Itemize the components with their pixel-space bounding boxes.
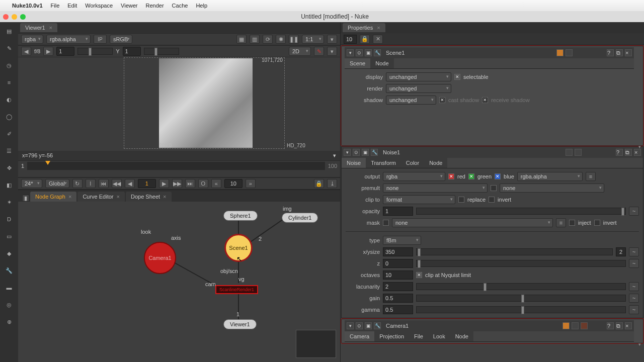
selectable-checkbox[interactable]: ✕ <box>454 74 460 80</box>
opacity-slider[interactable] <box>416 208 626 215</box>
close-icon[interactable]: × <box>377 25 380 31</box>
gamma-field[interactable]: 0.5 <box>383 305 413 314</box>
cast-shadow-checkbox[interactable]: ✕ <box>439 97 445 103</box>
lacunarity-anim-icon[interactable]: ~ <box>629 282 639 291</box>
nodegraph-overview[interactable] <box>296 330 336 358</box>
tool-image-icon[interactable]: ▤ <box>3 25 15 37</box>
gamma-slider[interactable] <box>416 306 626 313</box>
render-select[interactable]: unchanged <box>386 84 451 93</box>
exposure-slider[interactable] <box>77 48 113 55</box>
tool-views-icon[interactable]: ▭ <box>3 230 15 242</box>
prev-frame-icon[interactable]: ◀ <box>125 179 135 188</box>
zoom-select[interactable]: 1:1 <box>302 35 324 44</box>
help-icon[interactable]: ? <box>607 49 614 56</box>
close-icon[interactable]: × <box>68 194 71 200</box>
subtab-color[interactable]: Color <box>401 158 424 168</box>
tool-furnace-icon[interactable]: ◎ <box>3 299 15 311</box>
blue-checkbox[interactable]: ✕ <box>495 173 501 179</box>
tool-color-icon[interactable]: ◐ <box>3 94 15 106</box>
tab-dopesheet[interactable]: Dope Sheet× <box>126 192 172 202</box>
gamma-anim-icon[interactable]: ~ <box>629 305 639 314</box>
restore-icon[interactable]: ⧉ <box>616 49 623 56</box>
lock-icon[interactable]: 🔒 <box>314 179 324 188</box>
viewer-roi-icon[interactable]: ▥ <box>250 35 260 44</box>
first-frame-icon[interactable]: ⏮ <box>99 179 109 188</box>
center-icon[interactable]: ⊙ <box>356 49 363 56</box>
subtab-camera[interactable]: Camera <box>345 331 374 341</box>
channel-select[interactable]: rgba <box>21 35 43 44</box>
gamma-slider[interactable] <box>144 48 179 55</box>
props-max-field[interactable]: 10 <box>344 35 357 44</box>
out-point-icon[interactable]: O <box>198 179 208 188</box>
mask-checkbox[interactable] <box>383 220 389 226</box>
subtab-scene[interactable]: Scene <box>345 58 370 68</box>
node-color-swatch-2[interactable] <box>581 322 588 329</box>
viewer-refresh-icon[interactable]: ⟳ <box>263 35 273 44</box>
gain-anim-icon[interactable]: ~ <box>629 294 639 303</box>
opacity-anim-icon[interactable]: ~ <box>629 207 639 216</box>
panel-float-icon[interactable] <box>575 149 582 156</box>
nyquist-checkbox[interactable]: ✕ <box>416 272 422 278</box>
z-field[interactable]: 0 <box>383 259 413 268</box>
exposure-field[interactable]: 1 <box>56 47 74 56</box>
next-frame-icon[interactable]: ▶▶ <box>172 179 182 188</box>
viewer-menu-icon[interactable]: ▾ <box>327 35 337 44</box>
tool-transform-icon[interactable]: ✥ <box>3 162 15 174</box>
subtab-node3[interactable]: Node <box>450 331 473 341</box>
node-sphere[interactable]: Sphere1 <box>223 211 258 221</box>
opacity-field[interactable]: 1 <box>383 207 413 216</box>
step-field[interactable]: 10 <box>224 179 243 188</box>
scope-select[interactable]: Global <box>45 179 69 188</box>
z-anim-icon[interactable]: ~ <box>629 259 639 268</box>
snapshot-icon[interactable]: ▣ <box>365 49 372 56</box>
wrench-icon[interactable]: 🔧 <box>371 149 378 156</box>
tool-3d-icon[interactable]: ◧ <box>3 179 15 191</box>
current-frame-field[interactable]: 1 <box>138 179 156 188</box>
loop-icon[interactable]: ↻ <box>72 179 83 188</box>
xysize-link[interactable]: 2 <box>616 247 626 256</box>
display-select[interactable]: unchanged <box>386 72 451 81</box>
snapshot-icon[interactable]: ▣ <box>362 149 369 156</box>
tool-deep-icon[interactable]: D <box>3 213 15 225</box>
subtab-file[interactable]: File <box>409 331 428 341</box>
tab-curveeditor[interactable]: Curve Editor× <box>77 192 125 202</box>
tool-filter-icon[interactable]: ◯ <box>3 111 15 123</box>
node-viewer[interactable]: Viewer1 <box>223 319 257 329</box>
properties-tab[interactable]: Properties × <box>343 23 385 32</box>
center-icon[interactable]: ⊙ <box>353 149 360 156</box>
tool-merge-icon[interactable]: ☰ <box>3 145 15 157</box>
play-icon[interactable]: ▶ <box>159 179 169 188</box>
mask-menu-icon[interactable]: ≡ <box>556 218 566 227</box>
premult-select-2[interactable]: none <box>500 184 604 193</box>
menu-render[interactable]: Render <box>146 3 164 9</box>
lacunarity-field[interactable]: 2 <box>383 282 413 291</box>
timeline[interactable] <box>27 162 325 170</box>
subtab-look[interactable]: Look <box>428 331 450 341</box>
tool-other-icon[interactable]: ▬ <box>3 282 15 294</box>
playhead[interactable] <box>45 161 50 165</box>
inject-checkbox[interactable] <box>569 220 575 226</box>
lacunarity-slider[interactable] <box>416 283 626 290</box>
render-icon[interactable]: ⤓ <box>327 179 337 188</box>
close-icon[interactable]: × <box>117 194 120 200</box>
exp-prev-icon[interactable]: ◀ <box>21 47 31 56</box>
tab-nodegraph[interactable]: Node Graph× <box>30 192 76 202</box>
menu-edit[interactable]: Edit <box>67 3 77 9</box>
recv-shadow-checkbox[interactable]: ✕ <box>482 97 488 103</box>
in-point-icon[interactable]: I <box>86 179 96 188</box>
node-scanlinerender[interactable]: ScanlineRender1 <box>215 285 258 294</box>
help-icon[interactable]: ? <box>616 149 623 156</box>
wrench-icon[interactable]: 🔧 <box>374 49 381 56</box>
lock-panels-icon[interactable]: 🔒 <box>360 35 370 44</box>
fps-select[interactable]: 24* <box>21 179 42 188</box>
clipto-select[interactable]: format <box>383 195 455 204</box>
zoom-window-button[interactable] <box>20 14 26 20</box>
premult-checkbox[interactable] <box>491 185 497 191</box>
output-menu-icon[interactable]: ≡ <box>586 172 596 181</box>
menu-file[interactable]: File <box>51 3 60 9</box>
restore-icon[interactable]: ⧉ <box>616 322 623 329</box>
close-panel-icon[interactable]: × <box>625 49 632 56</box>
alpha-select[interactable]: rgba.alpha <box>517 172 583 181</box>
tool-all-icon[interactable]: ⊕ <box>3 316 15 328</box>
tool-keyer-icon[interactable]: ✐ <box>3 128 15 140</box>
